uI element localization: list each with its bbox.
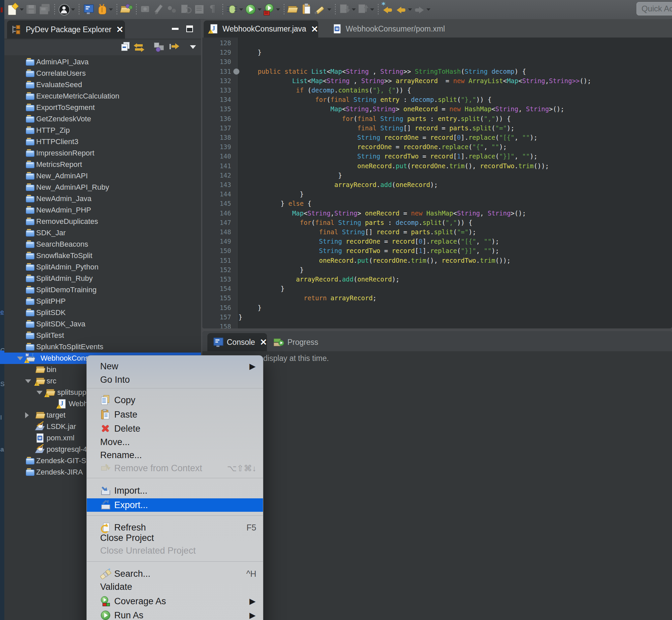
save-all-button[interactable] [39,3,51,16]
forward-button[interactable] [413,3,426,16]
focus-task-button[interactable] [169,41,181,53]
menu-item-delete[interactable]: Delete [87,422,263,435]
search-icon [100,568,111,579]
menu-item-validate[interactable]: Validate [87,580,263,593]
tree-item-metricsreport[interactable]: MetricsReport [4,159,201,170]
tree-item-new-adminapi[interactable]: New_AdminAPI [4,170,201,182]
dropdown-caret-icon[interactable] [408,8,412,11]
list-view-button[interactable] [193,3,206,16]
project-closed-icon [25,194,35,203]
link-editor-button[interactable] [133,41,145,53]
maximize-view-icon[interactable] [186,25,193,32]
menu-item-new[interactable]: New▶ [87,360,263,373]
menu-item-paste[interactable]: Paste [87,408,263,421]
menu-item-export[interactable]: Export... [87,498,263,512]
minimize-view-icon[interactable] [172,28,178,30]
quick-access-box[interactable]: Quick Access [636,2,672,15]
menu-item-move[interactable]: Move... [87,435,263,449]
close-console-icon[interactable]: ✕ [260,338,267,347]
code-area[interactable]: 128129 }130131 public static List<Map<St… [202,38,672,328]
save-button[interactable] [25,3,38,16]
menu-item-copy[interactable]: Copy [87,394,263,407]
tree-item-getzendeskvote[interactable]: GetZendeskVote [4,113,201,125]
tree-item-exporttosegment[interactable]: ExportToSegment [4,102,201,113]
dropdown-caret-icon[interactable] [370,8,374,11]
tree-item-sdk-jar[interactable]: SDK_Jar [4,227,201,239]
back-star-button[interactable]: * [382,3,394,16]
folder-contents-button[interactable] [120,3,133,16]
tree-item-evaluateseed[interactable]: EvaluateSeed [4,79,201,91]
tab-webhookconsumer-java[interactable]: J! WebhookConsumer.java ✕ [204,20,318,38]
tree-item-newadmin-php[interactable]: NewAdmin_PHP [4,204,201,216]
tab-webhookconsumer-pom-xml[interactable]: M WebhookConsumer/pom.xml [327,20,445,38]
marker-button[interactable] [314,3,327,16]
pen-tool-button[interactable] [153,3,166,16]
collapse-arrow-icon[interactable] [17,357,23,360]
bug-orange-button[interactable] [96,3,109,16]
tree-item-splitdemotraining[interactable]: SplitDemoTraining [4,284,201,296]
doc-sync-button[interactable] [180,3,192,16]
close-view-icon[interactable]: ✕ [116,25,124,34]
tree-item-searchbeacons[interactable]: SearchBeacons [4,239,201,250]
annotation-prev-button[interactable] [357,3,370,16]
folder-open-tb-button[interactable] [287,3,300,16]
tab-progress[interactable]: Progress [268,333,318,351]
new-wizard-button[interactable] [7,3,19,16]
view-menu-button[interactable] [187,41,199,53]
menu-item-import[interactable]: Import... [87,484,263,497]
tree-item-splittest[interactable]: SplitTest [4,330,201,341]
dropdown-caret-icon[interactable] [327,8,331,11]
tree-item-httpclient3[interactable]: HTTPClient3 [4,136,201,148]
tree-item-executemetriccalculation[interactable]: ExecuteMetricCalculation [4,91,201,102]
console-icon [213,337,223,347]
menu-item-close-project[interactable]: Close Project [87,531,263,545]
collapse-all-button[interactable] [120,41,132,53]
pilcrow-button[interactable]: ¶ [207,3,219,16]
dropdown-caret-icon[interactable] [71,8,75,11]
close-tab-icon[interactable]: ✕ [311,25,318,34]
collapse-arrow-icon[interactable] [37,391,43,395]
dropdown-caret-icon[interactable] [427,8,431,11]
tree-item-newadmin-java[interactable]: NewAdmin_Java [4,193,201,204]
menu-item-coverage-as[interactable]: Coverage As▶ [87,595,263,608]
dropdown-caret-icon[interactable] [20,8,24,11]
dropdown-caret-icon[interactable] [109,8,113,11]
tree-item-http-zip[interactable]: HTTP_Zip [4,125,201,136]
package-sync-button[interactable] [153,41,165,53]
run-external-button[interactable] [263,3,276,16]
explorer-view-tab[interactable]: PyDev Package Explorer ✕ [7,20,125,39]
dropdown-caret-icon[interactable] [276,8,280,11]
user-profile-button[interactable] [58,3,71,16]
tree-item-splitadmin-python[interactable]: SplitAdmin_Python [4,261,201,273]
run-button[interactable] [244,3,257,16]
dropdown-caret-icon[interactable] [258,8,262,11]
tree-item-correlateusers[interactable]: CorrelateUsers [4,68,201,79]
tree-item-splitsdk[interactable]: SplitSDK [4,307,201,318]
dropdown-caret-icon[interactable] [239,8,243,11]
tree-item-removeduplicates[interactable]: RemoveDuplicates [4,216,201,227]
tree-item-splunktosplitevents[interactable]: SplunkToSplitEvents [4,341,201,353]
plugs-gray-button[interactable] [167,3,179,16]
annotation-next-button[interactable] [339,3,351,16]
menu-item-rename[interactable]: Rename... [87,449,263,462]
menu-item-search[interactable]: Search...^H [87,567,263,580]
menu-item-run-as[interactable]: Run As▶ [87,609,263,620]
tree-item-snowflaketosplit[interactable]: SnowflakeToSplit [4,250,201,261]
tree-item-new-adminapi-ruby[interactable]: New_AdminAPI_Ruby [4,182,201,193]
code-line-137: final String[] record = parts.split("=")… [238,123,514,133]
tab-console[interactable]: Console ✕ [207,333,267,351]
collapse-arrow-icon[interactable] [25,379,31,383]
bug-green-button[interactable] [226,3,239,16]
tree-item-splitphp[interactable]: SplitPHP [4,296,201,307]
menu-item-go-into[interactable]: Go Into [87,373,263,386]
tree-item-splitadmin-ruby[interactable]: SplitAdmin_Ruby [4,273,201,284]
dropdown-caret-icon[interactable] [352,8,356,11]
clipboard-button[interactable] [301,3,314,16]
tree-item-adminapi-java[interactable]: AdminAPI_Java [4,56,201,68]
tool-gray-button[interactable] [140,3,153,16]
tree-item-splitsdk-java[interactable]: SplitSDK_Java [4,318,201,330]
expand-arrow-icon[interactable] [25,412,29,418]
console-view-button[interactable] [82,3,95,16]
back-button[interactable] [395,3,408,16]
tree-item-impressionreport[interactable]: ImpressionReport [4,148,201,159]
